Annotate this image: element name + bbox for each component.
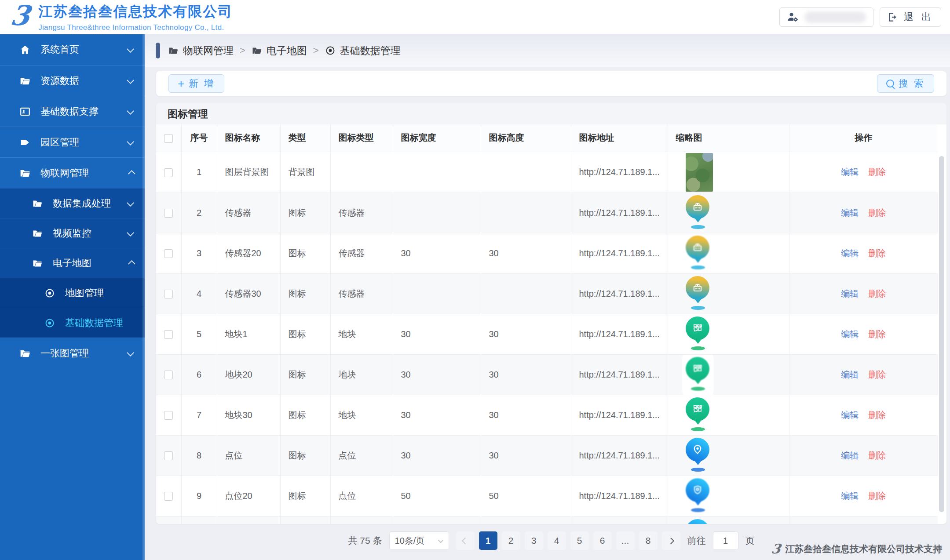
folder-icon <box>168 45 179 56</box>
parcel-pin-thumbnail <box>686 357 710 392</box>
page-button-1[interactable]: 1 <box>479 531 497 550</box>
select-all-checkbox[interactable] <box>164 134 173 143</box>
company-name-en: Jiangsu Three&three Information Technolo… <box>38 23 233 32</box>
delete-link[interactable]: 删除 <box>868 329 886 339</box>
edit-link[interactable]: 编辑 <box>841 167 859 177</box>
page-button-2[interactable]: 2 <box>502 531 520 550</box>
row-checkbox[interactable] <box>164 249 173 258</box>
goto-page-input[interactable] <box>713 531 738 550</box>
column-header-actions: 操作 <box>789 124 938 152</box>
username-redacted <box>804 11 866 23</box>
sidebar-item-basic-data-support[interactable]: 基础数据支撑 <box>0 96 145 127</box>
logout-button[interactable]: 退 出 <box>880 7 941 27</box>
edit-link[interactable]: 编辑 <box>841 451 859 460</box>
id-card-icon <box>19 106 31 117</box>
chevron-down-icon <box>438 537 443 543</box>
page-button-8[interactable]: 8 <box>639 531 658 550</box>
table-row: 9 点位20 图标 点位 50 50 http://124.71.189.1..… <box>156 476 938 516</box>
breadcrumb-item-basic-data-management[interactable]: 基础数据管理 <box>325 44 401 58</box>
delete-link[interactable]: 删除 <box>868 248 886 258</box>
footer-logo-3-glyph: 3 <box>771 541 782 556</box>
delete-link[interactable]: 删除 <box>868 410 886 420</box>
home-icon <box>19 44 31 55</box>
sidebar-item-resource-data[interactable]: 资源数据 <box>0 65 145 96</box>
delete-link[interactable]: 删除 <box>868 451 886 460</box>
page-button-4[interactable]: 4 <box>548 531 566 550</box>
sidebar-item-one-map-management[interactable]: 一张图管理 <box>0 338 145 368</box>
chevron-down-icon <box>127 107 134 115</box>
table-row: 5 地块1 图标 地块 30 30 http://124.71.189.1... <box>156 314 938 354</box>
row-checkbox[interactable] <box>164 451 173 460</box>
row-checkbox[interactable] <box>164 168 173 177</box>
breadcrumb-accent-bar <box>156 43 160 58</box>
page-button-5[interactable]: 5 <box>570 531 589 550</box>
radio-icon <box>44 317 55 329</box>
user-account-button[interactable] <box>779 7 873 27</box>
parcel-pin-thumbnail <box>686 316 710 352</box>
sidebar-item-iot-management[interactable]: 物联网管理 <box>0 157 145 188</box>
icon-table: 序号 图标名称 类型 图标类型 图标宽度 图标高度 图标地址 缩略图 操作 <box>156 124 938 524</box>
sidebar-item-video-monitor[interactable]: 视频监控 <box>0 218 145 248</box>
total-count: 共 75 条 <box>348 535 382 547</box>
edit-link[interactable]: 编辑 <box>841 208 859 218</box>
satellite-thumbnail <box>686 153 713 192</box>
location-pin-thumbnail <box>686 438 710 473</box>
sidebar-item-data-integration[interactable]: 数据集成处理 <box>0 188 145 218</box>
breadcrumb-separator: > <box>240 45 245 56</box>
next-page-button[interactable] <box>662 531 680 550</box>
parcel-pin-thumbnail <box>686 397 710 433</box>
edit-link[interactable]: 编辑 <box>841 248 859 258</box>
edit-link[interactable]: 编辑 <box>841 289 859 298</box>
edit-link[interactable]: 编辑 <box>841 370 859 379</box>
delete-link[interactable]: 删除 <box>868 167 886 177</box>
folder-icon <box>19 348 31 359</box>
sidebar-item-basic-data-management[interactable]: 基础数据管理 <box>0 308 145 338</box>
column-header-width: 图标宽度 <box>393 124 481 152</box>
table-row: 2 传感器 图标 传感器 http://124.71.189.1... <box>156 193 938 233</box>
delete-link[interactable]: 删除 <box>868 208 886 218</box>
edit-link[interactable]: 编辑 <box>841 329 859 339</box>
row-checkbox[interactable] <box>164 330 173 339</box>
sidebar-item-park-management[interactable]: 园区管理 <box>0 127 145 157</box>
row-checkbox[interactable] <box>164 411 173 420</box>
row-checkbox[interactable] <box>164 492 173 501</box>
row-checkbox[interactable] <box>164 290 173 298</box>
edit-link[interactable]: 编辑 <box>841 410 859 420</box>
folder-icon <box>19 75 31 87</box>
sidebar-item-e-map[interactable]: 电子地图 <box>0 248 145 278</box>
radio-icon <box>44 287 55 299</box>
table-row: 7 地块30 图标 地块 30 30 http://124.71.189.1..… <box>156 395 938 435</box>
support-footer: 3 江苏叁拾叁信息技术有限公司技术支持 <box>771 541 942 556</box>
row-checkbox[interactable] <box>164 209 173 218</box>
breadcrumb-separator: > <box>313 45 319 56</box>
chevron-down-icon <box>127 349 134 356</box>
sidebar-item-home[interactable]: 系统首页 <box>0 34 145 65</box>
page-size-select[interactable]: 10条/页 <box>389 531 449 550</box>
edit-link[interactable]: 编辑 <box>841 491 859 501</box>
delete-link[interactable]: 删除 <box>868 491 886 501</box>
page-unit-label: 页 <box>745 535 755 547</box>
delete-link[interactable]: 删除 <box>868 370 886 379</box>
table-scrollbar[interactable] <box>939 156 944 512</box>
breadcrumb-item-e-map[interactable]: 电子地图 <box>252 44 307 58</box>
table-row: 4 传感器30 图标 传感器 http://124.71.189.1... <box>156 273 938 314</box>
delete-link[interactable]: 删除 <box>868 289 886 298</box>
user-gear-icon <box>787 11 799 23</box>
page-button-3[interactable]: 3 <box>525 531 543 550</box>
page-button-6[interactable]: 6 <box>593 531 612 550</box>
chevron-up-icon <box>128 260 135 267</box>
prev-page-button[interactable] <box>456 531 475 550</box>
row-checkbox[interactable] <box>164 371 173 379</box>
breadcrumb-item-iot-management[interactable]: 物联网管理 <box>168 44 234 58</box>
search-button[interactable]: 搜 索 <box>877 74 934 93</box>
chevron-down-icon <box>127 45 134 53</box>
company-logo: 3 江苏叁拾叁信息技术有限公司 Jiangsu Three&three Info… <box>9 2 233 32</box>
folder-icon <box>32 228 43 239</box>
search-icon <box>886 80 894 87</box>
add-button[interactable]: + 新 增 <box>168 74 224 93</box>
more-pages-button[interactable]: ... <box>616 531 635 550</box>
breadcrumb: 物联网管理 > 电子地图 > 基础数据管理 <box>145 34 950 67</box>
column-header-url: 图标地址 <box>571 124 668 152</box>
sidebar-item-map-management[interactable]: 地图管理 <box>0 278 145 308</box>
chevron-left-icon <box>462 537 469 544</box>
